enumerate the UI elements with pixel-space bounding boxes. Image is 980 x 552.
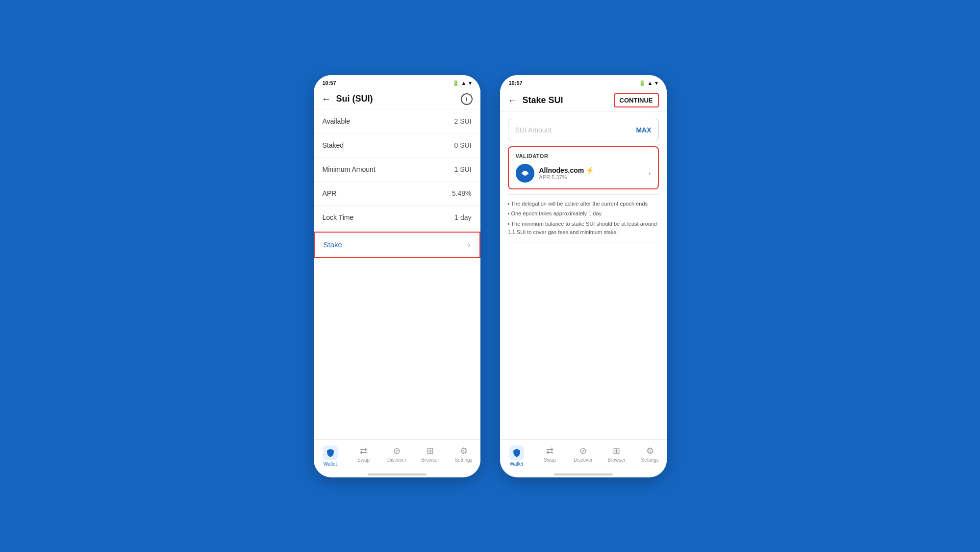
divider-1 bbox=[508, 194, 659, 195]
nav-swap-label-2: Swap bbox=[544, 457, 556, 463]
max-button[interactable]: MAX bbox=[636, 126, 651, 134]
staked-row: Staked 0 SUI bbox=[314, 133, 480, 158]
nav-settings-label-2: Settings bbox=[641, 457, 658, 463]
nav-wallet-2[interactable]: Wallet bbox=[500, 444, 533, 469]
min-amount-row: Minimum Amount 1 SUI bbox=[314, 158, 480, 182]
settings-icon-2: ⚙ bbox=[646, 446, 654, 456]
home-indicator-1 bbox=[368, 473, 427, 475]
bottom-nav-1: Wallet ⇄ Swap ⊘ Discover ⊞ Browser ⚙ Set… bbox=[314, 439, 480, 471]
available-row: Available 2 SUI bbox=[314, 109, 480, 133]
signal-icon-2: ▲ bbox=[648, 80, 653, 86]
status-icons-2: 🔋 ▲ ▾ bbox=[639, 80, 658, 86]
back-button-2[interactable]: ← bbox=[508, 95, 518, 106]
browser-icon-1: ⊞ bbox=[427, 446, 434, 456]
nav-bar-1: ← Sui (SUI) i bbox=[314, 89, 480, 109]
nav-settings-label-1: Settings bbox=[454, 457, 472, 463]
status-time-1: 10:57 bbox=[323, 80, 336, 86]
back-button-1[interactable]: ← bbox=[322, 93, 331, 105]
sui-amount-placeholder: SUI Amount bbox=[515, 126, 552, 134]
validator-info: Allnodes.com ⚡ APR 5.37% bbox=[539, 166, 649, 180]
lock-time-label: Lock Time bbox=[323, 213, 354, 221]
apr-value: 5.48% bbox=[452, 189, 472, 197]
signal-icon: ▲ bbox=[461, 80, 467, 86]
nav-bar-2: ← Stake SUI CONTINUE bbox=[500, 89, 667, 112]
page-title-2: Stake SUI bbox=[523, 95, 614, 105]
available-label: Available bbox=[323, 117, 351, 125]
notes-section: • The delegation will be active after th… bbox=[508, 200, 659, 237]
lock-time-row: Lock Time 1 day bbox=[314, 206, 480, 230]
nav-discover-1[interactable]: ⊘ Discover bbox=[380, 444, 414, 469]
nav-browser-label-2: Browser bbox=[607, 457, 626, 463]
wallet-icon bbox=[326, 448, 335, 457]
swap-icon-1: ⇄ bbox=[360, 446, 367, 456]
validator-apr: APR 5.37% bbox=[539, 174, 649, 180]
nav-discover-2[interactable]: ⊘ Discover bbox=[567, 444, 600, 469]
validator-apr-value: 5.37% bbox=[552, 174, 567, 180]
browser-icon-2: ⊞ bbox=[613, 446, 620, 456]
discover-icon-2: ⊘ bbox=[579, 446, 587, 456]
note-3: • The minimum balance to stake SUI shoul… bbox=[508, 220, 659, 237]
wifi-icon: ▾ bbox=[469, 80, 472, 86]
divider-2 bbox=[508, 242, 659, 242]
nav-browser-1[interactable]: ⊞ Browser bbox=[414, 444, 447, 469]
phone-1: 10:57 🔋 ▲ ▾ ← Sui (SUI) i Available 2 SU… bbox=[314, 75, 480, 477]
wallet-icon-2 bbox=[512, 448, 521, 457]
wifi-icon-2: ▾ bbox=[655, 80, 658, 86]
phone-2: 10:57 🔋 ▲ ▾ ← Stake SUI CONTINUE SUI Amo… bbox=[500, 75, 667, 477]
nav-browser-2[interactable]: ⊞ Browser bbox=[600, 444, 633, 469]
nav-wallet-label-1: Wallet bbox=[324, 461, 337, 467]
stake-row[interactable]: Stake › bbox=[314, 232, 480, 258]
discover-icon-1: ⊘ bbox=[393, 446, 401, 456]
validator-section: VALIDATOR Allnodes.com ⚡ APR 5.37% › bbox=[508, 146, 659, 189]
status-icons-1: 🔋 ▲ ▾ bbox=[452, 80, 472, 86]
nav-browser-label-1: Browser bbox=[421, 457, 439, 463]
validator-apr-label: APR bbox=[539, 174, 551, 180]
validator-name: Allnodes.com ⚡ bbox=[539, 166, 649, 174]
note-2: • One epoch takes approximately 1 day bbox=[508, 210, 659, 218]
nav-wallet-1[interactable]: Wallet bbox=[314, 444, 347, 469]
available-value: 2 SUI bbox=[454, 117, 471, 125]
validator-logo bbox=[516, 164, 534, 183]
nav-discover-label-2: Discover bbox=[574, 457, 593, 463]
status-time-2: 10:57 bbox=[509, 80, 523, 86]
continue-button[interactable]: CONTINUE bbox=[614, 93, 659, 107]
content-1: Available 2 SUI Staked 0 SUI Minimum Amo… bbox=[314, 109, 480, 439]
sui-amount-input[interactable]: SUI Amount MAX bbox=[508, 119, 659, 141]
nav-discover-label-1: Discover bbox=[387, 457, 406, 463]
content-2: SUI Amount MAX VALIDATOR Allnodes.com ⚡ … bbox=[500, 112, 667, 439]
validator-chevron-icon: › bbox=[648, 169, 651, 178]
bottom-nav-2: Wallet ⇄ Swap ⊘ Discover ⊞ Browser ⚙ Set… bbox=[500, 439, 667, 471]
min-amount-label: Minimum Amount bbox=[323, 165, 376, 173]
status-bar-1: 10:57 🔋 ▲ ▾ bbox=[314, 75, 480, 89]
nav-settings-1[interactable]: ⚙ Settings bbox=[447, 444, 480, 469]
page-title-1: Sui (SUI) bbox=[336, 94, 461, 104]
settings-icon-1: ⚙ bbox=[460, 446, 468, 456]
nav-swap-2[interactable]: ⇄ Swap bbox=[533, 444, 567, 469]
staked-value: 0 SUI bbox=[454, 141, 471, 149]
home-indicator-2 bbox=[554, 473, 613, 475]
staked-label: Staked bbox=[323, 141, 344, 149]
nav-wallet-label-2: Wallet bbox=[510, 461, 523, 467]
info-icon-1[interactable]: i bbox=[461, 93, 473, 105]
svg-point-1 bbox=[523, 171, 528, 176]
apr-row: APR 5.48% bbox=[314, 182, 480, 206]
stake-chevron-icon: › bbox=[468, 240, 470, 249]
battery-icon: 🔋 bbox=[452, 80, 459, 86]
status-bar-2: 10:57 🔋 ▲ ▾ bbox=[500, 75, 667, 89]
battery-icon-2: 🔋 bbox=[639, 80, 646, 86]
lock-time-value: 1 day bbox=[454, 213, 471, 221]
swap-icon-2: ⇄ bbox=[546, 446, 553, 456]
stake-label: Stake bbox=[324, 240, 342, 249]
nav-swap-label-1: Swap bbox=[357, 457, 370, 463]
nav-swap-1[interactable]: ⇄ Swap bbox=[347, 444, 380, 469]
nav-settings-2[interactable]: ⚙ Settings bbox=[633, 444, 667, 469]
validator-row[interactable]: Allnodes.com ⚡ APR 5.37% › bbox=[516, 164, 651, 183]
note-1: • The delegation will be active after th… bbox=[508, 200, 659, 209]
apr-label: APR bbox=[323, 189, 337, 197]
min-amount-value: 1 SUI bbox=[454, 165, 471, 173]
validator-title: VALIDATOR bbox=[516, 153, 651, 159]
